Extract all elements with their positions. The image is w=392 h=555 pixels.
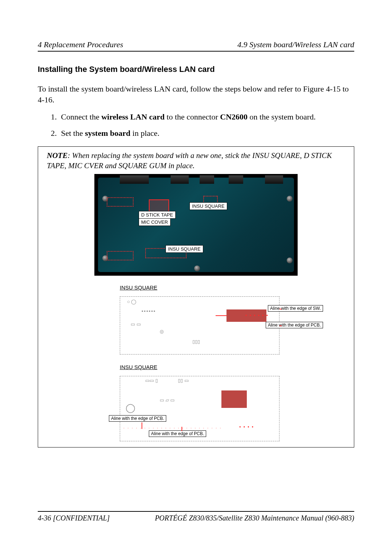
red-dot-row: • • • • • • bbox=[245, 313, 269, 318]
schematic-glyph: ◯ bbox=[126, 404, 135, 412]
schematic-glyph: ○ ◯ bbox=[127, 299, 136, 304]
schematic-glyph: ▪▪▪▪▪▪ bbox=[142, 309, 156, 313]
header-right: 4.9 System board/Wireless LAN card bbox=[237, 40, 354, 49]
step-2: Set the system board in place. bbox=[59, 128, 354, 139]
schematic-glyph: ▭ ▭ bbox=[131, 322, 141, 327]
note-label: NOTE bbox=[47, 151, 68, 160]
screw-icon bbox=[287, 258, 293, 263]
footer-row: 4-36 [CONFIDENTIAL] PORTÉGÉ Z830/835/Sat… bbox=[38, 514, 354, 522]
page: 4 Replacement Procedures 4.9 System boar… bbox=[0, 0, 392, 555]
marker-insu-dash bbox=[107, 251, 134, 260]
footer-right: PORTÉGÉ Z830/835/Satellite Z830 Maintena… bbox=[155, 514, 354, 522]
intro-paragraph: To install the system board/wireless LAN… bbox=[38, 84, 354, 105]
schematic-glyph: ◎ bbox=[160, 329, 164, 334]
schematic-glyph: ▭▭ ▯ bbox=[145, 378, 158, 383]
schematic-leader-line bbox=[279, 309, 282, 309]
label-mic-cover: MIC COVER bbox=[139, 218, 171, 226]
red-dot-row: · · · · · · · · · · · · · · · · · · · · … bbox=[123, 426, 222, 430]
note-text: NOTE: When replacing the system board wi… bbox=[47, 150, 349, 171]
port-icon bbox=[120, 175, 149, 184]
running-footer: 4-36 [CONFIDENTIAL] PORTÉGÉ Z830/835/Sat… bbox=[38, 511, 354, 522]
note-body: : When replacing the system board with a… bbox=[47, 151, 332, 170]
header-left: 4 Replacement Procedures bbox=[38, 40, 123, 49]
schematic-2: INSU SQUARE ▭▭ ▯ ▯▯ ▭ ◯ ▭ ▱ ▭ Aline with… bbox=[120, 364, 279, 441]
schematic-glyph: ▯▯ ▭ bbox=[178, 378, 189, 383]
label-align-sw: Aline with the edge of SW. bbox=[268, 305, 323, 312]
running-header: 4 Replacement Procedures 4.9 System boar… bbox=[38, 40, 354, 49]
screw-icon bbox=[194, 266, 200, 271]
port-icon bbox=[265, 175, 283, 184]
label-align-pcb-left: Aline with the edge of PCB. bbox=[109, 415, 166, 422]
port-icon bbox=[171, 175, 189, 184]
label-align-pcb-bottom: Aline with the edge of PCB. bbox=[149, 430, 206, 437]
schematic-glyph: ▭ ▱ ▭ bbox=[160, 398, 175, 402]
port-icon bbox=[200, 175, 214, 184]
section-heading: Installing the System board/Wireless LAN… bbox=[38, 65, 354, 74]
screw-icon bbox=[287, 196, 293, 202]
step-list: Connect the wireless LAN card to the con… bbox=[38, 112, 354, 139]
step-1: Connect the wireless LAN card to the con… bbox=[59, 112, 354, 123]
footer-rule bbox=[38, 511, 354, 512]
schematic-leader-line bbox=[216, 315, 226, 316]
schematic-leader-line bbox=[279, 325, 282, 326]
schematic-highlight bbox=[221, 390, 247, 408]
schematic-glyph: ▯▯▯ bbox=[192, 339, 200, 344]
system-board-photo: INSU SQUARE D STICK TAPE MIC COVER INSU … bbox=[94, 174, 298, 276]
schematic-1: INSU SQUARE ○ ◯ ▪▪▪▪▪▪ ▭ ▭ ◎ ▯▯▯ Aline bbox=[120, 284, 279, 355]
schematic-1-title: INSU SQUARE bbox=[120, 284, 279, 291]
note-box: NOTE: When replacing the system board wi… bbox=[38, 146, 354, 447]
figure-stack: INSU SQUARE D STICK TAPE MIC COVER INSU … bbox=[94, 174, 298, 443]
figure-container: INSU SQUARE D STICK TAPE MIC COVER INSU … bbox=[43, 174, 349, 443]
port-icon bbox=[229, 175, 243, 184]
red-dot-row: • • • • bbox=[239, 425, 254, 430]
label-insu-square-top: INSU SQUARE bbox=[189, 202, 227, 210]
header-rule bbox=[38, 51, 354, 52]
footer-left: 4-36 [CONFIDENTIAL] bbox=[38, 514, 110, 522]
schematic-1-body: ○ ◯ ▪▪▪▪▪▪ ▭ ▭ ◎ ▯▯▯ Aline with the edge… bbox=[120, 293, 279, 355]
schematic-2-body: ▭▭ ▯ ▯▯ ▭ ◯ ▭ ▱ ▭ Aline with the edge of… bbox=[120, 372, 279, 441]
schematic-2-title: INSU SQUARE bbox=[120, 364, 279, 370]
schematic-outline bbox=[120, 296, 279, 355]
marker-insu-dash bbox=[107, 197, 134, 207]
label-insu-square-bottom: INSU SQUARE bbox=[166, 245, 203, 253]
label-align-pcb: Aline with the edge of PCB. bbox=[266, 322, 323, 328]
label-d-stick-tape: D STICK TAPE bbox=[139, 211, 176, 219]
